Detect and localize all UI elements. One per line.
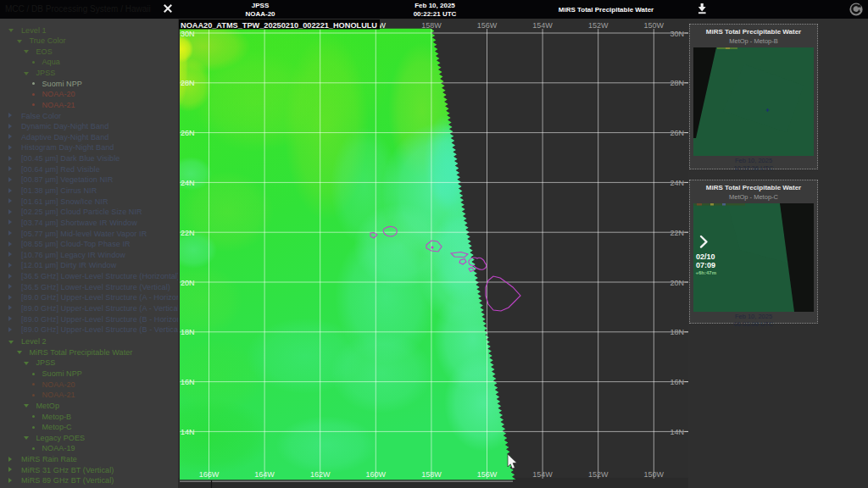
svg-text:150W: 150W: [644, 21, 665, 30]
svg-text:28N: 28N: [670, 79, 684, 87]
svg-text:158W: 158W: [421, 21, 442, 30]
svg-text:07:09: 07:09: [696, 261, 715, 269]
svg-text:24N: 24N: [670, 179, 684, 187]
svg-text:20N: 20N: [670, 279, 684, 287]
svg-text:20N: 20N: [181, 279, 195, 287]
svg-text:16N: 16N: [181, 378, 195, 386]
svg-text:02/10: 02/10: [696, 252, 715, 261]
svg-text:30N: 30N: [670, 30, 684, 38]
svg-text:28N: 28N: [181, 79, 195, 87]
svg-text:162W: 162W: [310, 470, 331, 479]
svg-text:+6h:47m: +6h:47m: [696, 270, 717, 275]
svg-text:154W: 154W: [532, 470, 553, 479]
svg-text:156W: 156W: [477, 21, 498, 30]
svg-text:154W: 154W: [532, 21, 553, 30]
svg-text:160W: 160W: [366, 470, 387, 479]
svg-text:164W: 164W: [254, 470, 275, 479]
svg-text:152W: 152W: [588, 21, 609, 30]
svg-text:14N: 14N: [670, 428, 684, 436]
svg-text:22N: 22N: [670, 229, 684, 237]
svg-text:150W: 150W: [644, 470, 665, 479]
svg-text:26N: 26N: [181, 129, 195, 137]
svg-text:24N: 24N: [181, 179, 195, 187]
svg-text:156W: 156W: [477, 470, 498, 479]
svg-text:30N: 30N: [181, 30, 195, 38]
svg-text:18N: 18N: [181, 328, 195, 336]
svg-text:152W: 152W: [588, 470, 609, 479]
svg-text:158W: 158W: [421, 470, 442, 479]
svg-text:NOAA20_ATMS_TPW_20250210_00222: NOAA20_ATMS_TPW_20250210_002221_HONOLULU: [181, 20, 377, 30]
svg-text:14N: 14N: [181, 428, 195, 436]
svg-text:18N: 18N: [670, 328, 684, 336]
svg-text:22N: 22N: [181, 229, 195, 237]
svg-text:16N: 16N: [670, 378, 684, 386]
svg-text:166W: 166W: [199, 470, 220, 479]
svg-text:26N: 26N: [670, 129, 684, 137]
